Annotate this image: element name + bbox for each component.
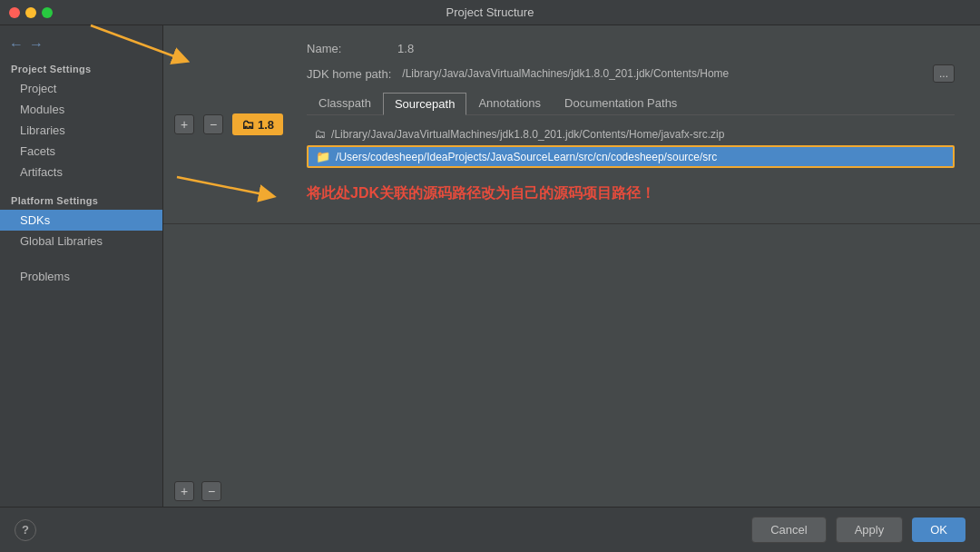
jdk-home-label: JDK home path: — [307, 67, 391, 81]
window-title: Project Structure — [446, 5, 534, 19]
path-folder-icon: 🗂 — [314, 127, 326, 141]
sidebar-item-modules[interactable]: Modules — [0, 99, 162, 120]
sidebar-item-problems[interactable]: Problems — [0, 266, 162, 287]
maximize-button[interactable] — [42, 7, 53, 18]
minimize-button[interactable] — [25, 7, 36, 18]
other-section: Problems — [0, 266, 162, 287]
jdk-home-input[interactable] — [398, 65, 926, 82]
remove-path-button[interactable]: − — [201, 481, 221, 501]
sidebar-item-artifacts[interactable]: Artifacts — [0, 162, 162, 182]
sidebar: ← → Project Settings Project Modules Lib… — [0, 25, 163, 507]
path-list-item[interactable]: 🗂 /Library/Java/JavaVirtualMachines/jdk1… — [307, 124, 955, 143]
path-value: /Library/Java/JavaVirtualMachines/jdk1.8… — [331, 128, 724, 141]
footer: ? Cancel Apply OK — [0, 507, 980, 552]
name-row: Name: 1.8 — [307, 42, 955, 55]
help-button[interactable]: ? — [15, 519, 36, 541]
window-controls[interactable] — [9, 7, 53, 18]
sdk-folder-icon: 🗂 — [241, 117, 254, 132]
add-path-button[interactable]: + — [174, 481, 194, 501]
right-panel: Name: 1.8 JDK home path: ... Classpath — [292, 33, 969, 216]
add-sdk-button[interactable]: + — [174, 114, 194, 134]
content-toolbar: + − 🗂 1.8 Name: 1.8 — [163, 25, 980, 224]
tab-sourcepath[interactable]: Sourcepath — [383, 93, 467, 115]
ok-button[interactable]: OK — [912, 518, 965, 542]
sidebar-item-sdks[interactable]: SDKs — [0, 210, 162, 231]
annotation-text: 将此处JDK关联的源码路径改为自己的源码项目路径！ — [307, 177, 955, 207]
sdk-item-label: 1.8 — [258, 118, 274, 132]
jdk-home-row: JDK home path: ... — [307, 64, 955, 83]
platform-settings-section: Platform Settings SDKs Global Libraries — [0, 190, 162, 251]
sidebar-item-libraries[interactable]: Libraries — [0, 120, 162, 141]
remove-sdk-button[interactable]: − — [203, 114, 223, 134]
browse-button[interactable]: ... — [933, 64, 955, 83]
sidebar-nav: ← → — [0, 33, 162, 58]
sidebar-item-facets[interactable]: Facets — [0, 141, 162, 162]
tab-annotations[interactable]: Annotations — [466, 92, 553, 114]
tabs-row: Classpath Sourcepath Annotations Documen… — [307, 92, 955, 115]
cancel-button[interactable]: Cancel — [751, 517, 826, 543]
titlebar: Project Structure — [0, 0, 980, 25]
tab-classpath[interactable]: Classpath — [307, 92, 383, 114]
sdk-item-1.8[interactable]: 🗂 1.8 — [232, 113, 283, 135]
path-folder-icon-2: 📁 — [316, 150, 330, 163]
nav-forward-button[interactable]: → — [29, 36, 44, 53]
sidebar-item-project[interactable]: Project — [0, 78, 162, 99]
tab-documentation[interactable]: Documentation Paths — [553, 92, 689, 114]
footer-right: Cancel Apply OK — [751, 517, 965, 543]
path-list-item-selected[interactable]: 📁 /Users/codesheep/IdeaProjects/JavaSour… — [307, 145, 955, 168]
close-button[interactable] — [9, 7, 20, 18]
footer-left: ? — [15, 519, 36, 541]
project-settings-header: Project Settings — [0, 58, 162, 78]
sidebar-item-global-libraries[interactable]: Global Libraries — [0, 231, 162, 251]
paths-list: 🗂 /Library/Java/JavaVirtualMachines/jdk1… — [307, 124, 955, 168]
name-value: 1.8 — [397, 42, 414, 55]
apply-button[interactable]: Apply — [836, 517, 904, 543]
name-label: Name: — [307, 42, 388, 55]
platform-settings-header: Platform Settings — [0, 190, 162, 210]
content-area: + − 🗂 1.8 Name: 1.8 — [163, 25, 980, 507]
path-value-2: /Users/codesheep/IdeaProjects/JavaSource… — [336, 151, 717, 163]
nav-back-button[interactable]: ← — [9, 36, 24, 53]
bottom-path-toolbar: + − — [163, 476, 232, 507]
